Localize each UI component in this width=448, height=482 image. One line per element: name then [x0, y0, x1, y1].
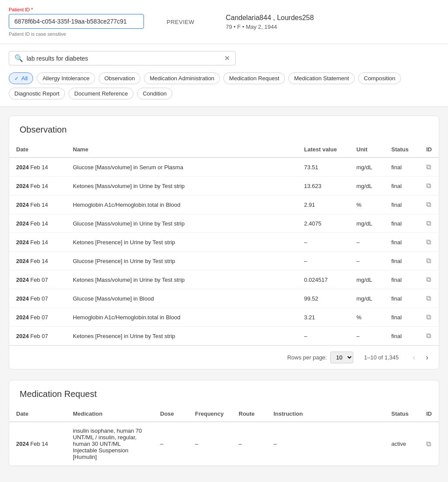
obs-date-cell: 2024 Feb 07	[9, 270, 66, 289]
copy-icon[interactable]: ⧉	[426, 294, 431, 302]
patient-id-label: Patient ID *	[9, 7, 144, 12]
medication-request-table: DateMedicationDoseFrequencyRouteInstruct…	[9, 406, 439, 466]
obs-unit-cell: –	[349, 233, 384, 252]
med-col-medication: Medication	[66, 406, 153, 422]
obs-value-cell: –	[297, 327, 349, 345]
med-col-id: ID	[419, 406, 439, 422]
filter-chip-allergy-intolerance[interactable]: Allergy Intolerance	[37, 72, 95, 84]
copy-icon[interactable]: ⧉	[426, 440, 431, 448]
obs-value-cell: 13.623	[297, 177, 349, 195]
obs-name-cell: Glucose [Mass/volume] in Urine by Test s…	[66, 214, 297, 233]
table-row: 2024 Feb 14 Ketones [Presence] in Urine …	[9, 233, 439, 252]
filter-chip-condition[interactable]: Condition	[137, 88, 172, 99]
copy-icon[interactable]: ⧉	[426, 257, 431, 265]
copy-icon[interactable]: ⧉	[426, 238, 431, 246]
obs-date-cell: 2024 Feb 14	[9, 214, 66, 233]
obs-col-id: ID	[419, 142, 439, 157]
copy-icon[interactable]: ⧉	[426, 313, 431, 321]
obs-id-cell: ⧉	[419, 308, 439, 327]
filter-chip-document-reference[interactable]: Document Reference	[68, 88, 133, 99]
copy-icon[interactable]: ⧉	[426, 182, 431, 190]
patient-id-input[interactable]	[9, 14, 144, 29]
obs-unit-cell: mg/dL	[349, 157, 384, 177]
filter-chip-all[interactable]: ✓All	[9, 72, 33, 84]
main-content: Observation DateNameLatest valueUnitStat…	[0, 107, 448, 482]
obs-name-cell: Glucose [Mass/volume] in Serum or Plasma	[66, 157, 297, 177]
obs-col-date: Date	[9, 142, 66, 157]
obs-name-cell: Ketones [Mass/volume] in Urine by Test s…	[66, 270, 297, 289]
observation-title: Observation	[9, 116, 439, 142]
filter-chip-observation[interactable]: Observation	[99, 72, 140, 84]
obs-name-cell: Ketones [Presence] in Urine by Test stri…	[66, 327, 297, 345]
filter-chip-diagnostic-report[interactable]: Diagnostic Report	[9, 88, 65, 99]
med-col-status: Status	[384, 406, 419, 422]
obs-date-cell: 2024 Feb 14	[9, 157, 66, 177]
obs-id-cell: ⧉	[419, 233, 439, 252]
obs-date-cell: 2024 Feb 07	[9, 289, 66, 308]
obs-col-name: Name	[66, 142, 297, 157]
med-medication-cell: insulin isophane, human 70 UNT/ML / insu…	[66, 422, 153, 466]
med-route-cell: –	[232, 422, 267, 466]
observation-pagination: Rows per page: 102550 1–10 of 1,345 ‹ ›	[9, 345, 439, 369]
obs-status-cell: final	[384, 214, 419, 233]
obs-date-cell: 2024 Feb 07	[9, 308, 66, 327]
obs-date-cell: 2024 Feb 14	[9, 233, 66, 252]
med-col-instruction: Instruction	[267, 406, 384, 422]
patient-id-label-text: Patient ID	[9, 7, 30, 12]
filter-chip-medication-request[interactable]: Medication Request	[223, 72, 285, 84]
copy-icon[interactable]: ⧉	[426, 201, 431, 209]
filter-chips: ✓AllAllergy IntoleranceObservationMedica…	[9, 72, 439, 99]
obs-status-cell: final	[384, 157, 419, 177]
table-row: 2024 Feb 07 Ketones [Presence] in Urine …	[9, 327, 439, 345]
copy-icon[interactable]: ⧉	[426, 332, 431, 340]
obs-value-cell: 73.51	[297, 157, 349, 177]
obs-name-cell: Glucose [Presence] in Urine by Test stri…	[66, 252, 297, 270]
obs-status-cell: final	[384, 195, 419, 214]
obs-unit-cell: mg/dL	[349, 270, 384, 289]
obs-name-cell: Ketones [Mass/volume] in Urine by Test s…	[66, 177, 297, 195]
obs-id-cell: ⧉	[419, 270, 439, 289]
obs-name-cell: Ketones [Presence] in Urine by Test stri…	[66, 233, 297, 252]
preview-button[interactable]: PREVIEW	[161, 15, 199, 29]
table-row: 2024 Feb 14 Glucose [Mass/volume] in Uri…	[9, 214, 439, 233]
pagination-arrows: ‹ ›	[409, 351, 432, 364]
obs-status-cell: final	[384, 177, 419, 195]
obs-unit-cell: mg/dL	[349, 177, 384, 195]
obs-unit-cell: mg/dL	[349, 214, 384, 233]
filter-chip-medication-administration[interactable]: Medication Administration	[144, 72, 220, 84]
obs-value-cell: 2.91	[297, 195, 349, 214]
table-row: 2024 Feb 07 Glucose [Mass/volume] in Blo…	[9, 289, 439, 308]
copy-icon[interactable]: ⧉	[426, 163, 431, 171]
obs-value-cell: –	[297, 233, 349, 252]
obs-id-cell: ⧉	[419, 177, 439, 195]
obs-date-cell: 2024 Feb 14	[9, 195, 66, 214]
copy-icon[interactable]: ⧉	[426, 219, 431, 227]
obs-status-cell: final	[384, 327, 419, 345]
observation-header-row: DateNameLatest valueUnitStatusID	[9, 142, 439, 157]
prev-page-button[interactable]: ‹	[409, 351, 419, 364]
filter-chip-composition[interactable]: Composition	[358, 72, 401, 84]
obs-name-cell: Hemoglobin A1c/Hemoglobin.total in Blood	[66, 308, 297, 327]
med-col-date: Date	[9, 406, 66, 422]
clear-search-icon[interactable]: ✕	[224, 54, 230, 62]
med-frequency-cell: –	[188, 422, 232, 466]
obs-unit-cell: –	[349, 252, 384, 270]
obs-id-cell: ⧉	[419, 157, 439, 177]
obs-status-cell: final	[384, 233, 419, 252]
obs-id-cell: ⧉	[419, 214, 439, 233]
obs-value-cell: 99.52	[297, 289, 349, 308]
med-instruction-cell: –	[267, 422, 384, 466]
obs-col-status: Status	[384, 142, 419, 157]
obs-col-unit: Unit	[349, 142, 384, 157]
copy-icon[interactable]: ⧉	[426, 276, 431, 284]
header: Patient ID * Patient ID is case sensitiv…	[0, 0, 448, 44]
table-row: 2024 Feb 07 Hemoglobin A1c/Hemoglobin.to…	[9, 308, 439, 327]
rows-per-page-label: Rows per page:	[287, 354, 327, 361]
obs-col-latest-value: Latest value	[297, 142, 349, 157]
filter-chip-medication-statement[interactable]: Medication Statement	[288, 72, 355, 84]
table-row: 2024 Feb 14 Ketones [Mass/volume] in Uri…	[9, 177, 439, 195]
med-id-cell: ⧉	[419, 422, 439, 466]
rows-per-page-select[interactable]: 102550	[330, 352, 353, 363]
next-page-button[interactable]: ›	[422, 351, 432, 364]
search-input[interactable]	[27, 55, 224, 62]
